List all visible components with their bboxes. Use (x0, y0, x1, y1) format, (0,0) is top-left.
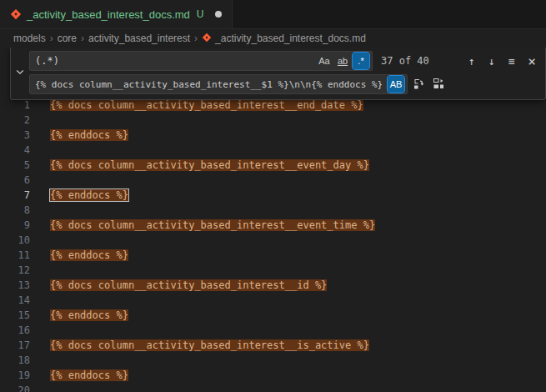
replace-button[interactable] (409, 75, 428, 93)
arrow-up-icon: ↑ (468, 55, 475, 68)
line-number[interactable]: 2 (0, 113, 30, 128)
editor-line[interactable]: 6 (0, 173, 546, 188)
find-match[interactable]: {% enddocs %} (50, 309, 128, 321)
line-number[interactable]: 7 (0, 188, 30, 203)
editor-line[interactable]: 14 (0, 293, 546, 308)
line-content[interactable] (30, 323, 50, 338)
line-number[interactable]: 8 (0, 203, 30, 218)
line-number[interactable]: 17 (0, 338, 30, 353)
git-status-badge: U (197, 8, 204, 20)
whole-word-button[interactable]: ab (334, 53, 351, 69)
find-match[interactable]: {% docs column__activity_based_interest_… (50, 279, 327, 291)
line-content[interactable] (30, 173, 50, 188)
editor-line[interactable]: 9 {% docs column__activity_based_interes… (0, 218, 546, 233)
chevron-down-icon (15, 67, 25, 79)
find-match[interactable]: {% docs column__activity_based_interest_… (50, 159, 369, 171)
preserve-case-button[interactable]: AB (388, 76, 404, 93)
line-number[interactable]: 5 (0, 158, 30, 173)
breadcrumb-separator: › (194, 33, 198, 44)
find-match[interactable]: {% enddocs %} (50, 369, 128, 381)
breadcrumb-item-models[interactable]: models (13, 33, 46, 44)
editor-line[interactable]: 2 (0, 113, 546, 128)
line-number[interactable]: 13 (0, 278, 30, 293)
line-content[interactable]: {% docs column__activity_based_interest_… (30, 218, 375, 233)
editor-line[interactable]: 19 {% enddocs %} (0, 368, 546, 383)
unsaved-changes-dot-icon[interactable] (215, 11, 222, 18)
toggle-replace-button[interactable] (11, 51, 29, 94)
line-number[interactable]: 20 (0, 383, 30, 392)
line-content[interactable]: {% docs column__activity_based_interest_… (30, 338, 369, 353)
line-number[interactable]: 19 (0, 368, 30, 383)
line-content[interactable]: {% enddocs %} (30, 368, 128, 383)
breadcrumb-separator: › (50, 33, 53, 44)
editor-line[interactable]: 18 (0, 353, 546, 368)
find-in-selection-button[interactable]: ≡ (503, 52, 521, 70)
line-content[interactable] (30, 263, 50, 278)
line-number[interactable]: 18 (0, 353, 30, 368)
line-number[interactable]: 3 (0, 128, 30, 143)
find-match[interactable]: {% enddocs %} (50, 129, 128, 141)
line-number[interactable]: 10 (0, 233, 30, 248)
editor-lines[interactable]: 1 {% docs column__activity_based_interes… (0, 98, 546, 392)
line-content[interactable] (30, 383, 50, 392)
search-input[interactable]: (.*) Aa ab .* (29, 51, 373, 71)
editor-line[interactable]: 3 {% enddocs %} (0, 128, 546, 143)
editor-line[interactable]: 5 {% docs column__activity_based_interes… (0, 158, 546, 173)
editor-line[interactable]: 8 (0, 203, 546, 218)
find-match[interactable]: {% docs column__activity_based_interest_… (50, 219, 375, 231)
breadcrumb: models › core › activity_based_interest … (0, 29, 546, 48)
regex-button[interactable]: .* (353, 53, 369, 69)
line-content[interactable]: {% enddocs %} (30, 248, 128, 263)
line-content[interactable] (30, 113, 50, 128)
dbt-file-icon (10, 8, 22, 20)
editor-line[interactable]: 12 (0, 263, 546, 278)
breadcrumb-item-activity-based-interest[interactable]: activity_based_interest (88, 33, 190, 44)
line-content[interactable] (30, 293, 50, 308)
line-content[interactable]: {% docs column__activity_based_interest_… (30, 158, 369, 173)
next-match-button[interactable]: ↓ (483, 52, 501, 70)
previous-match-button[interactable]: ↑ (463, 52, 481, 70)
breadcrumb-item-core[interactable]: core (58, 33, 77, 44)
editor-line[interactable]: 10 (0, 233, 546, 248)
breadcrumb-file-label: _activity_based_interest_docs.md (215, 33, 366, 44)
dbt-file-icon (202, 33, 212, 44)
find-match[interactable]: {% docs column__activity_based_interest_… (50, 339, 369, 351)
find-match[interactable]: {% enddocs %} (50, 249, 128, 261)
editor-line[interactable]: 4 (0, 143, 546, 158)
line-content[interactable]: {% enddocs %} (30, 188, 128, 203)
editor-line[interactable]: 15 {% enddocs %} (0, 308, 546, 323)
line-content[interactable] (30, 203, 50, 218)
replace-value: {% docs column__activity_based_interest_… (35, 79, 386, 90)
line-content[interactable] (30, 143, 50, 158)
line-content[interactable]: {% enddocs %} (30, 308, 128, 323)
editor-line[interactable]: 13 {% docs column__activity_based_intere… (0, 278, 546, 293)
line-number[interactable]: 16 (0, 323, 30, 338)
editor-line[interactable]: 11 {% enddocs %} (0, 248, 546, 263)
find-match[interactable]: {% docs column__activity_based_interest_… (50, 99, 363, 111)
line-number[interactable]: 12 (0, 263, 30, 278)
line-content[interactable] (30, 233, 50, 248)
line-content[interactable]: {% enddocs %} (30, 128, 128, 143)
line-number[interactable]: 4 (0, 143, 30, 158)
line-content[interactable]: {% docs column__activity_based_interest_… (30, 278, 327, 293)
find-row: (.*) Aa ab .* 37 of 40 ↑ ↓ ≡ × (29, 51, 541, 71)
replace-all-button[interactable] (429, 75, 448, 93)
line-number[interactable]: 6 (0, 173, 30, 188)
editor-line[interactable]: 7 {% enddocs %} (0, 188, 546, 203)
editor-line[interactable]: 16 (0, 323, 546, 338)
line-number[interactable]: 9 (0, 218, 30, 233)
line-number[interactable]: 15 (0, 308, 30, 323)
replace-input[interactable]: {% docs column__activity_based_interest_… (29, 74, 408, 94)
editor[interactable]: (.*) Aa ab .* 37 of 40 ↑ ↓ ≡ × {% docs c… (0, 48, 546, 392)
line-number[interactable]: 14 (0, 293, 30, 308)
vscode-window: _activity_based_interest_docs.md U model… (0, 0, 546, 392)
editor-line[interactable]: 20 (0, 383, 546, 392)
line-number[interactable]: 11 (0, 248, 30, 263)
editor-line[interactable]: 17 {% docs column__activity_based_intere… (0, 338, 546, 353)
breadcrumb-item-file[interactable]: _activity_based_interest_docs.md (202, 33, 366, 44)
match-case-button[interactable]: Aa (316, 53, 333, 69)
close-find-widget-button[interactable]: × (523, 52, 541, 70)
line-content[interactable] (30, 353, 50, 368)
editor-tab[interactable]: _activity_based_interest_docs.md U (0, 0, 233, 28)
current-find-match[interactable]: {% enddocs %} (50, 189, 128, 201)
